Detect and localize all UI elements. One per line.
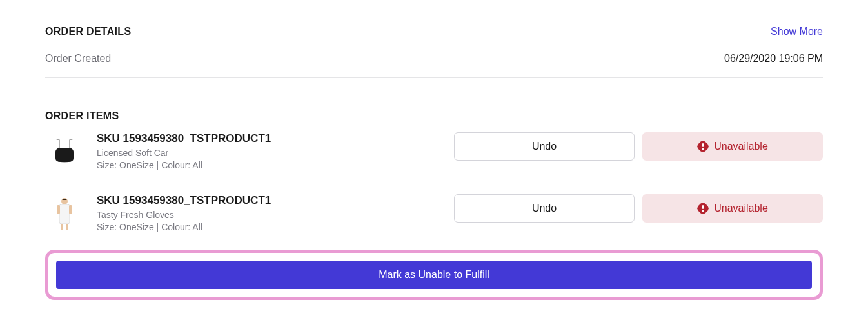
item-row: SKU 1593459380_TSTPRODUCT1 Tasty Fresh G… bbox=[45, 194, 823, 233]
order-created-label: Order Created bbox=[45, 53, 111, 65]
product-thumbnail bbox=[45, 132, 84, 171]
svg-rect-4 bbox=[57, 205, 60, 214]
undo-button[interactable]: Undo bbox=[454, 194, 635, 223]
mark-unable-button[interactable]: Mark as Unable to Fulfill bbox=[56, 261, 812, 289]
item-name: Tasty Fresh Gloves bbox=[97, 210, 441, 220]
product-thumbnail bbox=[45, 194, 84, 233]
item-sku: SKU 1593459380_TSTPRODUCT1 bbox=[97, 132, 441, 145]
svg-rect-5 bbox=[69, 205, 72, 214]
order-items-title: ORDER ITEMS bbox=[45, 110, 823, 122]
status-badge: Unavailable bbox=[642, 132, 823, 161]
svg-rect-8 bbox=[702, 205, 704, 209]
svg-point-1 bbox=[702, 148, 704, 150]
status-text: Unavailable bbox=[714, 141, 768, 152]
order-created-row: Order Created 06/29/2020 19:06 PM bbox=[45, 53, 823, 78]
svg-rect-7 bbox=[66, 224, 68, 230]
item-sku: SKU 1593459380_TSTPRODUCT1 bbox=[97, 194, 441, 207]
order-details-title: ORDER DETAILS bbox=[45, 26, 131, 37]
alert-icon bbox=[697, 203, 709, 214]
item-name: Licensed Soft Car bbox=[97, 148, 441, 158]
svg-rect-0 bbox=[702, 143, 704, 147]
undo-button[interactable]: Undo bbox=[454, 132, 635, 161]
highlighted-action-container: Mark as Unable to Fulfill bbox=[45, 250, 823, 300]
status-text: Unavailable bbox=[714, 203, 768, 214]
svg-rect-2 bbox=[59, 204, 70, 224]
alert-icon bbox=[697, 141, 709, 152]
show-more-link[interactable]: Show More bbox=[771, 26, 823, 37]
item-row: SKU 1593459380_TSTPRODUCT1 Licensed Soft… bbox=[45, 132, 823, 171]
order-created-value: 06/29/2020 19:06 PM bbox=[724, 53, 823, 65]
item-variant: Size: OneSize | Colour: All bbox=[97, 222, 441, 232]
status-badge: Unavailable bbox=[642, 194, 823, 223]
svg-point-9 bbox=[702, 210, 704, 212]
svg-rect-6 bbox=[61, 224, 63, 230]
item-variant: Size: OneSize | Colour: All bbox=[97, 160, 441, 170]
